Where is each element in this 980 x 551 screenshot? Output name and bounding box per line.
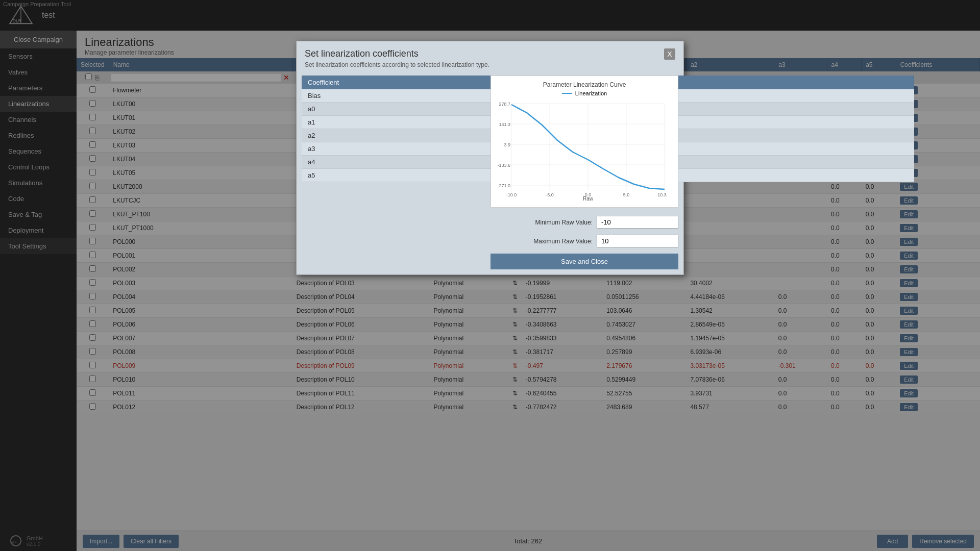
max-raw-label: Maximum Raw Value: xyxy=(533,238,593,245)
svg-text:-133.6: -133.6 xyxy=(497,163,510,168)
max-raw-input[interactable] xyxy=(597,235,678,247)
linearization-chart: 278.7 141.3 3.9 -133.6 -271.0 -10.0 -5.0… xyxy=(496,98,670,201)
svg-text:-271.0: -271.0 xyxy=(497,183,510,188)
coeff-name: a0 xyxy=(302,103,491,116)
modal-subtitle: Set linearization coefficients according… xyxy=(305,61,489,68)
coeff-name: Bias xyxy=(302,89,491,103)
linearization-modal: Set linearization coefficients Set linea… xyxy=(296,41,684,275)
coeff-name: a3 xyxy=(302,142,491,156)
svg-text:141.3: 141.3 xyxy=(499,122,510,127)
modal-overlay: Set linearization coefficients Set linea… xyxy=(0,0,980,551)
legend-line-icon xyxy=(562,93,572,94)
min-raw-input[interactable] xyxy=(597,216,678,229)
coeff-col-header: Coefficient xyxy=(302,76,491,89)
svg-text:3.9: 3.9 xyxy=(504,142,510,147)
chart-title: Parameter Linearization Curve xyxy=(496,81,673,88)
chart-legend: Linearization xyxy=(496,90,673,96)
coeff-name: a2 xyxy=(302,129,491,142)
modal-header: Set linearization coefficients Set linea… xyxy=(297,41,683,70)
coeff-name: a5 xyxy=(302,169,491,182)
modal-body: Coefficient Value Bias a0 a1 a2 xyxy=(297,70,683,274)
svg-text:-10.0: -10.0 xyxy=(506,192,517,197)
modal-title: Set linearization coefficients xyxy=(305,48,489,59)
modal-close-button[interactable]: X xyxy=(664,48,675,60)
save-close-button[interactable]: Save and Close xyxy=(491,254,678,269)
max-raw-row: Maximum Raw Value: xyxy=(491,235,678,247)
modal-right: Parameter Linearization Curve Linearizat… xyxy=(491,76,678,269)
chart-container: Parameter Linearization Curve Linearizat… xyxy=(491,76,678,208)
coeff-name: a1 xyxy=(302,116,491,129)
svg-text:-5.0: -5.0 xyxy=(546,192,554,197)
legend-label: Linearization xyxy=(575,90,607,96)
svg-text:10.3: 10.3 xyxy=(657,192,667,197)
min-raw-row: Minimum Raw Value: xyxy=(491,216,678,229)
coeff-name: a4 xyxy=(302,156,491,169)
svg-text:Raw: Raw xyxy=(583,196,594,201)
coefficient-table-container: Coefficient Value Bias a0 a1 a2 xyxy=(302,76,491,269)
svg-text:5.0: 5.0 xyxy=(623,192,630,197)
min-raw-label: Minimum Raw Value: xyxy=(535,219,593,226)
svg-text:278.7: 278.7 xyxy=(499,102,510,107)
